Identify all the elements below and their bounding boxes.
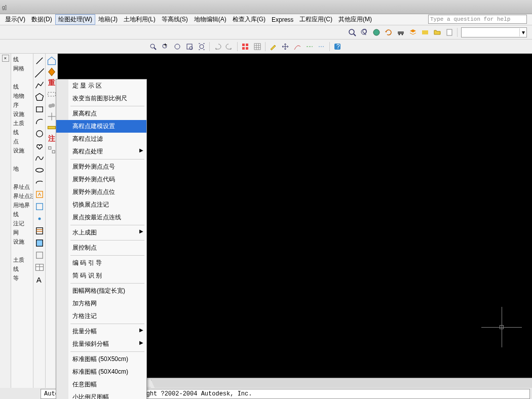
dropdown-item[interactable]: 展野外测点点位 [56, 186, 146, 198]
zoom-window-icon[interactable] [184, 41, 195, 52]
dropdown-item[interactable]: 高程点过滤 [56, 133, 146, 145]
tree-item[interactable]: 线 [13, 264, 33, 273]
tool-tag-icon[interactable] [47, 56, 57, 66]
dropdown-item[interactable]: 展野外测点点号 [56, 161, 146, 173]
menu-contour[interactable]: 等高线(S) [159, 14, 191, 25]
tree-item[interactable]: 点 [13, 137, 33, 146]
tool-refresh-icon[interactable] [383, 27, 394, 38]
zoom-plus-icon[interactable]: + [160, 41, 171, 52]
tree-item[interactable]: 线 [13, 210, 33, 219]
tool-globe-icon[interactable] [371, 27, 382, 38]
dropdown-item[interactable]: 批量倾斜分幅▶ [56, 338, 146, 350]
zoom-search-icon[interactable] [147, 41, 159, 52]
xline-tool-icon[interactable] [34, 68, 45, 78]
tree-item[interactable]: 界址点注记 [13, 191, 33, 201]
tool-dashed-icon[interactable] [47, 89, 57, 99]
dropdown-item[interactable]: 改变当前图形比例尺 [56, 92, 146, 105]
menu-draw-process[interactable]: 绘图处理(W) [55, 14, 95, 25]
text-tool-icon[interactable]: A [34, 274, 45, 285]
pencil-icon[interactable] [268, 41, 279, 52]
rect-tool-icon[interactable] [34, 104, 45, 114]
region-tool-icon[interactable] [34, 250, 45, 260]
grid-red-icon[interactable] [240, 41, 251, 52]
tree-item[interactable] [13, 246, 33, 255]
tool-car-icon[interactable] [395, 27, 406, 38]
menu-landuse[interactable]: 土地利用(L) [121, 14, 159, 25]
tree-item[interactable]: 序 [13, 100, 33, 109]
dropdown-item[interactable]: 高程点处理▶ [56, 145, 146, 158]
ellipse-arc-tool-icon[interactable] [34, 177, 45, 187]
tree-item[interactable]: 网格 [13, 64, 33, 73]
dropdown-item[interactable]: 加方格网 [56, 297, 146, 310]
make-block-icon[interactable] [34, 202, 45, 212]
tree-item[interactable]: 等 [13, 273, 33, 283]
insert-block-icon[interactable] [34, 189, 45, 200]
menu-data[interactable]: 数据(D) [28, 14, 55, 25]
tree-item[interactable]: 用地界 [13, 201, 33, 210]
help-search-input[interactable] [428, 15, 527, 24]
tool-zoom-q-icon[interactable]: Q [359, 27, 370, 38]
tool-ruler-icon[interactable] [47, 123, 57, 133]
dropdown-item[interactable]: 批量分幅▶ [56, 325, 146, 338]
dropdown-item[interactable]: 简 码 识 别 [56, 269, 146, 282]
curve-icon[interactable] [292, 41, 303, 52]
redo-icon[interactable] [224, 41, 235, 52]
dropdown-item[interactable]: 高程点建模设置 [56, 120, 146, 133]
dropdown-item[interactable]: 图幅网格(指定长宽) [56, 285, 146, 297]
dropdown-item[interactable]: 任意图幅 [56, 378, 146, 391]
tool-red1-icon[interactable]: 重 [47, 78, 57, 88]
tree-item[interactable]: 土质 [13, 118, 33, 128]
menu-express[interactable]: Express [269, 15, 296, 24]
palette-close-icon[interactable]: × [2, 55, 9, 62]
tree-item[interactable]: 地物 [13, 91, 33, 100]
menu-other[interactable]: 其他应用(M) [335, 14, 375, 25]
dropdown-item[interactable]: 方格注记 [56, 310, 146, 323]
zoom-all-icon[interactable] [172, 41, 183, 52]
dropdown-item[interactable]: 切换展点注记 [56, 198, 146, 211]
dropdown-item[interactable]: 标准图幅 (50X40cm) [56, 366, 146, 378]
arc-tool-icon[interactable] [34, 116, 45, 127]
menu-feature-edit[interactable]: 地物编辑(A) [191, 14, 230, 25]
toolbar-combo[interactable]: ▾ [461, 27, 527, 37]
tree-item[interactable]: 设施 [13, 237, 33, 246]
tree-item[interactable]: 设施 [13, 109, 33, 118]
revcloud-tool-icon[interactable] [34, 141, 45, 151]
tree-item[interactable] [13, 73, 33, 82]
tree-item[interactable]: 线 [13, 82, 33, 91]
polygon-tool-icon[interactable] [34, 92, 45, 102]
dropdown-item[interactable]: 展野外测点代码 [56, 173, 146, 186]
tree-item[interactable]: 注记 [13, 219, 33, 228]
tree-item[interactable]: 界址点 [13, 182, 33, 191]
menu-cadastre[interactable]: 地籍(J) [95, 14, 121, 25]
point-tool-icon[interactable] [34, 214, 45, 224]
tool-magnify-plus-icon[interactable] [347, 27, 358, 38]
tree-item[interactable] [13, 173, 33, 182]
ellipse-tool-icon[interactable] [34, 165, 45, 175]
tool-folder-icon[interactable] [432, 27, 443, 38]
tool-layer-yellow-icon[interactable] [420, 27, 431, 38]
dropdown-item[interactable]: 小比例尺图幅 [56, 391, 146, 399]
tree-item[interactable]: 设施 [13, 146, 33, 155]
dropdown-item[interactable]: 标准图幅 (50X50cm) [56, 353, 146, 366]
tree-item[interactable] [13, 155, 33, 164]
dropdown-item[interactable]: 展高程点 [56, 107, 146, 120]
dropdown-item[interactable]: 展控制点 [56, 242, 146, 254]
gradient-tool-icon[interactable] [34, 238, 45, 248]
dot-line-icon[interactable] [316, 41, 327, 52]
menu-check-db[interactable]: 检查入库(G) [230, 14, 269, 25]
dropdown-item[interactable]: 定 显 示 区 [56, 79, 146, 92]
table-tool-icon[interactable] [34, 262, 45, 272]
tree-item[interactable]: 土质 [13, 255, 33, 264]
tool-cloud-icon[interactable] [47, 100, 57, 110]
spline-tool-icon[interactable] [34, 153, 45, 163]
tool-crosshair-icon[interactable] [47, 111, 57, 122]
dash-icon[interactable] [304, 41, 315, 52]
move-icon[interactable] [280, 41, 291, 52]
dropdown-item[interactable]: 展点按最近点连线 [56, 211, 146, 224]
tool-doc-icon[interactable] [444, 27, 455, 38]
hatch-tool-icon[interactable] [34, 226, 45, 236]
menu-engineering[interactable]: 工程应用(C) [296, 14, 335, 25]
zoom-fit-icon[interactable] [196, 41, 207, 52]
circle-tool-icon[interactable] [34, 129, 45, 139]
tool-layers-icon[interactable] [407, 27, 419, 38]
